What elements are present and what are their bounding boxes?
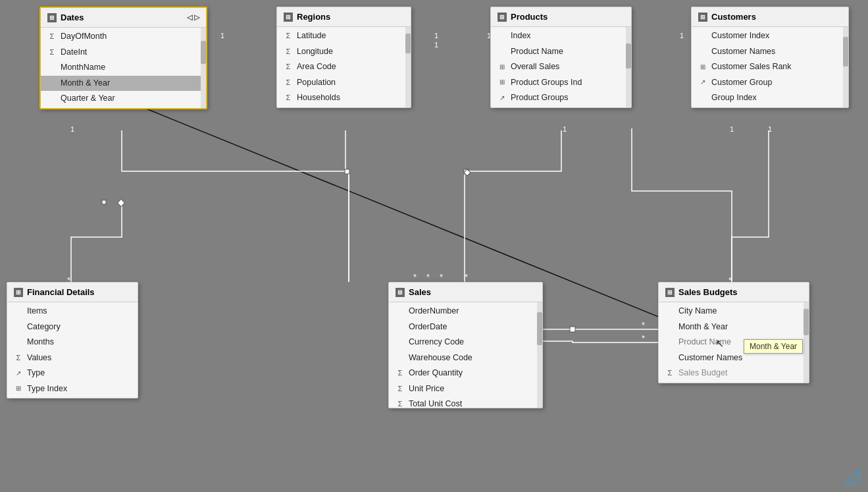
field-latitude: Σ Latitude [277, 28, 411, 44]
field-month-year: Month & Year [41, 76, 206, 92]
table-icon: ⊞ [665, 288, 675, 297]
field-category: Category [7, 319, 138, 335]
field-index: Index [491, 28, 631, 44]
svg-text:1: 1 [434, 32, 438, 40]
field-dayofmonth: Σ DayOfMonth [41, 29, 206, 45]
field-population: Σ Population [277, 75, 411, 91]
svg-rect-18 [102, 200, 106, 204]
field-ordernumber: OrderNumber [389, 304, 542, 319]
field-type-index: ⊞ Type Index [7, 381, 138, 397]
svg-text:*: * [413, 272, 417, 282]
table-icon: ⊞ [396, 288, 405, 297]
svg-text:1: 1 [70, 125, 74, 133]
svg-text:*: * [426, 272, 430, 282]
field-monthname: MonthName [41, 60, 206, 76]
regions-table-header: ⊞ Regions [277, 7, 411, 27]
customers-table-header: ⊞ Customers [692, 7, 848, 27]
field-currency-code: Currency Code [389, 335, 542, 350]
field-total-unit-cost: Σ Total Unit Cost [389, 396, 542, 408]
corner-decoration [843, 467, 863, 487]
svg-rect-8 [464, 169, 471, 176]
dates-table-body: Σ DayOfMonth Σ DateInt MonthName Month &… [41, 28, 206, 108]
field-months: Months [7, 335, 138, 350]
customers-table: ⊞ Customers Customer Index Customer Name… [691, 7, 849, 108]
field-customer-index: Customer Index [692, 28, 848, 44]
field-sales-budget: Σ Sales Budget [659, 366, 809, 381]
sales-budgets-title: Sales Budgets [678, 287, 738, 297]
field-overall-sales: ⊞ Overall Sales [491, 59, 631, 75]
field-customer-sales-rank: ⊞ Customer Sales Rank [692, 59, 848, 75]
products-table-header: ⊞ Products [491, 7, 631, 27]
svg-text:1: 1 [680, 32, 684, 40]
products-title: Products [511, 12, 548, 22]
field-orderdate: OrderDate [389, 319, 542, 335]
field-items: Items [7, 304, 138, 319]
financial-table-header: ⊞ Financial Details [7, 283, 138, 302]
table-icon: ⊞ [698, 13, 707, 22]
field-households: Σ Households [277, 90, 411, 106]
products-table: ⊞ Products Index Product Name ⊞ Overall … [490, 7, 632, 108]
sales-budgets-table: ⊞ Sales Budgets City Name Month & Year P… [658, 282, 809, 383]
svg-text:*: * [440, 272, 443, 282]
financial-table-body: Items Category Months Σ Values ↗ Type ⊞ … [7, 302, 138, 398]
svg-text:*: * [642, 320, 645, 330]
svg-text:*: * [642, 333, 645, 343]
field-warehouse-code: Warehouse Code [389, 350, 542, 366]
table-icon: ⊞ [14, 288, 23, 297]
field-product-name: Product Name [491, 44, 631, 60]
svg-text:1: 1 [563, 125, 567, 133]
dates-scroll-controls[interactable]: ◁ ▷ [187, 13, 199, 22]
svg-rect-17 [117, 199, 124, 206]
svg-rect-7 [464, 169, 469, 174]
field-product-groups: ↗ Product Groups [491, 90, 631, 106]
svg-text:*: * [465, 272, 468, 282]
field-order-quantity: Σ Order Quantity [389, 366, 542, 381]
field-customer-group: ↗ Customer Group [692, 75, 848, 91]
customers-table-body: Customer Index Customer Names ⊞ Customer… [692, 27, 848, 107]
financial-title: Financial Details [27, 287, 95, 297]
month-year-tooltip: Month & Year [744, 339, 803, 354]
sales-table-body: OrderNumber OrderDate Currency Code Ware… [389, 302, 542, 408]
field-month-year-sb: Month & Year [659, 319, 809, 335]
regions-table-body: Σ Latitude Σ Longitude Σ Area Code Σ Pop… [277, 27, 411, 107]
dates-title: Dates [61, 13, 84, 22]
tooltip-text: Month & Year [750, 342, 797, 351]
table-icon: ⊞ [47, 13, 57, 22]
svg-text:1: 1 [434, 41, 438, 49]
sales-budgets-table-header: ⊞ Sales Budgets [659, 283, 809, 302]
svg-rect-19 [570, 327, 575, 332]
svg-text:1: 1 [768, 125, 772, 133]
products-table-body: Index Product Name ⊞ Overall Sales ⊞ Pro… [491, 27, 631, 107]
field-city-name: City Name [659, 304, 809, 319]
table-icon: ⊞ [284, 13, 293, 22]
field-longitude: Σ Longitude [277, 44, 411, 60]
financial-details-table: ⊞ Financial Details Items Category Month… [7, 282, 138, 398]
dates-table: ⊞ Dates ◁ ▷ Σ DayOfMonth Σ DateInt Month… [39, 7, 207, 109]
field-dateint: Σ DateInt [41, 45, 206, 61]
svg-text:1: 1 [730, 125, 734, 133]
field-product-groups-ind: ⊞ Product Groups Ind [491, 75, 631, 91]
field-customer-names: Customer Names [692, 44, 848, 60]
regions-title: Regions [297, 12, 330, 22]
sales-table-header: ⊞ Sales [389, 283, 542, 302]
field-areacode: Σ Area Code [277, 59, 411, 75]
sales-table: ⊞ Sales OrderNumber OrderDate Currency C… [388, 282, 543, 408]
field-unit-price: Σ Unit Price [389, 381, 542, 397]
svg-text:1: 1 [220, 32, 224, 40]
field-group-index: Group Index [692, 90, 848, 106]
table-icon: ⊞ [498, 13, 507, 22]
dates-table-header: ⊞ Dates ◁ ▷ [41, 8, 206, 28]
sales-title: Sales [409, 287, 431, 297]
customers-title: Customers [711, 12, 756, 22]
regions-table: ⊞ Regions Σ Latitude Σ Longitude Σ Area … [276, 7, 411, 108]
field-quarter-year: Quarter & Year [41, 91, 206, 107]
svg-rect-6 [345, 169, 349, 174]
field-values: Σ Values [7, 350, 138, 366]
field-type: ↗ Type [7, 366, 138, 381]
